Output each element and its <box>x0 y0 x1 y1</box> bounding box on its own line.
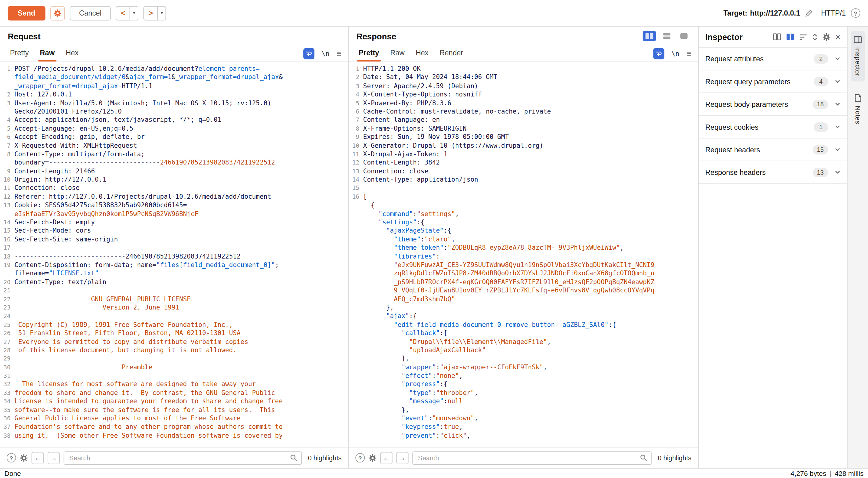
edit-target-button[interactable] <box>805 9 813 17</box>
text-segment: User-Agent: Mozilla/5.0 (Macintosh; Inte… <box>14 99 271 107</box>
request-tab-hex[interactable]: Hex <box>60 46 84 61</box>
forward-dropdown-button[interactable]: ▾ <box>158 6 166 20</box>
line-text: "message":null <box>363 397 463 406</box>
request-editor-menu-button[interactable]: ≡ <box>337 49 342 57</box>
text-segment: Host: 127.0.0.1 <box>14 90 72 98</box>
layout-single-button[interactable] <box>677 31 690 41</box>
inspector-section-response-headers[interactable]: Response headers 13 <box>699 161 847 184</box>
response-editor[interactable]: 1HTTP/1.1 200 OK2Date: Sat, 04 May 2024 … <box>349 62 698 447</box>
search-help-icon[interactable]: ? <box>355 453 365 462</box>
response-tab-raw[interactable]: Raw <box>384 46 410 61</box>
chevron-down-icon[interactable] <box>835 124 840 129</box>
line-number: 13 <box>0 201 14 210</box>
request-search-input[interactable] <box>68 453 287 462</box>
gear-icon <box>20 454 28 461</box>
chevron-down-icon[interactable] <box>835 79 840 84</box>
editor-line: 32 The licenses for most software are de… <box>0 380 348 389</box>
chevron-down-icon[interactable] <box>835 170 840 175</box>
editor-line: 8X-Frame-Options: SAMEORIGIN <box>349 124 698 133</box>
chevron-down-icon[interactable] <box>835 147 840 152</box>
inspector-layout-filled-button[interactable] <box>786 33 795 40</box>
line-text: boundary=-----------------------------24… <box>14 159 275 167</box>
back-dropdown-button[interactable]: ▾ <box>130 6 138 20</box>
inspector-section-request-headers[interactable]: Request headers 15 <box>699 139 847 161</box>
search-help-icon[interactable]: ? <box>7 453 16 462</box>
layout-toggles <box>643 31 690 41</box>
editor-line: Gecko/20100101 Firefox/125.0 <box>0 108 348 116</box>
inspector-section-request-body-parameters[interactable]: Request body parameters 18 <box>699 93 847 116</box>
search-prev-button[interactable]: ← <box>380 452 393 464</box>
inspector-layout-outline-button[interactable] <box>773 33 781 40</box>
line-number <box>0 82 14 90</box>
inspector-section-request-query-parameters[interactable]: Request query parameters 4 <box>699 70 847 93</box>
editor-line: AFQ_c7md3shm7bQ" <box>349 295 698 303</box>
response-tab-render[interactable]: Render <box>434 46 469 61</box>
text-segment <box>363 397 409 405</box>
text-segment: X-Generator: Drupal 10 (https://www.drup… <box>363 142 543 149</box>
text-segment: "click" <box>440 431 467 439</box>
search-next-button[interactable]: → <box>397 452 409 464</box>
inspector-settings-button[interactable] <box>823 33 831 40</box>
text-segment: POST /Projects/drupal-10.2.6/media/add/d… <box>14 65 194 72</box>
inspector-close-button[interactable]: × <box>835 33 840 41</box>
http-version-selector[interactable]: HTTP/1 <box>821 9 846 17</box>
search-prev-button[interactable]: ← <box>31 452 44 464</box>
show-newlines-button[interactable]: \n <box>670 50 680 57</box>
text-segment: GNU GENERAL PUBLIC LICENSE <box>14 295 191 302</box>
collapse-all-button[interactable] <box>800 34 807 40</box>
collapse-all-icon <box>800 34 807 40</box>
help-icon[interactable]: ? <box>851 8 860 18</box>
response-search-input[interactable] <box>417 453 637 462</box>
text-segment: "edit-field-media-document-0-remove-butt… <box>394 321 608 328</box>
text-segment: software--to make sure the software is f… <box>14 406 275 413</box>
search-settings-button[interactable] <box>369 454 376 461</box>
request-editor[interactable]: 1POST /Projects/drupal-10.2.6/media/add/… <box>0 62 348 447</box>
line-number <box>349 431 363 440</box>
send-button[interactable]: Send <box>8 6 45 20</box>
search-settings-button[interactable] <box>20 454 28 461</box>
line-text: "keypress":true, <box>363 423 463 431</box>
request-tab-pretty[interactable]: Pretty <box>5 46 34 61</box>
text-segment: "theme_token" <box>394 244 443 251</box>
side-tab-notes[interactable]: Notes <box>851 89 865 129</box>
soft-wrap-button[interactable] <box>653 48 664 59</box>
editor-line: 1HTTP/1.1 200 OK <box>349 65 698 73</box>
line-text: X-Frame-Options: SAMEORIGIN <box>363 124 467 133</box>
text-segment <box>363 244 394 251</box>
editor-line: 25 Copyright (C) 1989, 1991 Free Softwar… <box>0 321 348 329</box>
chevron-down-icon[interactable] <box>835 101 840 107</box>
send-settings-button[interactable] <box>50 6 65 20</box>
editor-line: "wrapper":"ajax-wrapper--CFoEkE9TnSk", <box>349 363 698 372</box>
back-button[interactable]: < <box>116 6 130 20</box>
show-newlines-button[interactable]: \n <box>320 50 331 57</box>
forward-button[interactable]: > <box>144 6 158 20</box>
chevron-down-icon[interactable] <box>835 56 840 61</box>
text-segment: :{ <box>609 321 616 328</box>
section-label: Request body parameters <box>705 100 788 108</box>
inspector-section-request-cookies[interactable]: Request cookies 1 <box>699 116 847 138</box>
section-count-badge: 1 <box>814 122 828 131</box>
line-number: 2 <box>0 90 14 99</box>
line-number: 33 <box>0 389 14 397</box>
line-number <box>349 337 363 346</box>
response-tab-hex[interactable]: Hex <box>410 46 434 61</box>
layout-columns-button[interactable] <box>643 31 656 41</box>
layout-rows-button[interactable] <box>660 31 673 41</box>
text-segment <box>363 380 402 388</box>
response-editor-menu-button[interactable]: ≡ <box>687 49 691 57</box>
cancel-button[interactable]: Cancel <box>70 6 111 20</box>
line-number: 19 <box>0 261 14 270</box>
inspector-section-request-attributes[interactable]: Request attributes 2 <box>699 48 847 70</box>
side-tab-inspector[interactable]: Inspector <box>851 31 865 82</box>
menu-icon: ≡ <box>687 49 691 58</box>
expand-collapse-button[interactable] <box>812 33 818 40</box>
text-segment: : <box>444 397 448 405</box>
request-tab-raw[interactable]: Raw <box>34 46 60 61</box>
line-number <box>349 372 363 380</box>
line-text: X-Generator: Drupal 10 (https://www.drup… <box>363 142 543 150</box>
response-tab-pretty[interactable]: Pretty <box>353 46 384 61</box>
search-next-button[interactable]: → <box>48 452 60 464</box>
soft-wrap-button[interactable] <box>303 48 314 59</box>
notes-icon <box>855 94 861 102</box>
text-segment: X-Content-Type-Options: nosniff <box>363 90 482 98</box>
